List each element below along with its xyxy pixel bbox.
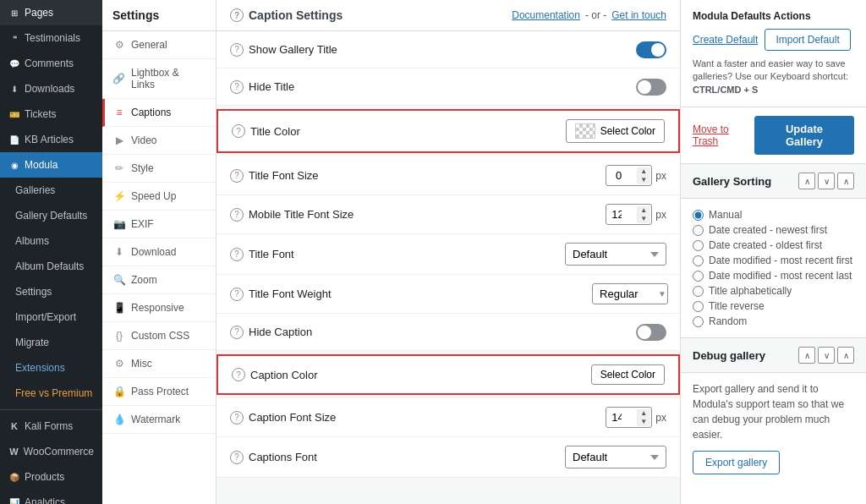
help-icon-title-font-size[interactable]: ? xyxy=(230,169,244,183)
settings-nav-responsive[interactable]: 📱 Responsive xyxy=(102,294,216,322)
help-icon-captions-font[interactable]: ? xyxy=(230,451,244,464)
sorting-option-random: Random xyxy=(693,314,854,329)
help-icon-hide-caption[interactable]: ? xyxy=(230,326,244,339)
sorting-radio-manual[interactable] xyxy=(693,210,704,221)
title-font-select[interactable]: Default Arial Georgia xyxy=(565,243,666,266)
settings-nav-pass-protect[interactable]: 🔒 Pass Protect xyxy=(102,378,216,406)
debug-close-btn[interactable]: ∧ xyxy=(837,347,854,364)
debug-collapse-btn[interactable]: ∧ xyxy=(798,347,815,364)
settings-nav-captions[interactable]: ≡ Captions xyxy=(102,99,216,127)
sidebar-item-modula[interactable]: ◉ Modula xyxy=(0,152,102,178)
settings-nav-lightbox[interactable]: 🔗 Lightbox & Links xyxy=(102,59,216,99)
caption-font-size-up[interactable]: ▲ xyxy=(637,409,650,418)
sorting-option-title-alpha: Title alphabetically xyxy=(693,283,854,299)
update-gallery-btn[interactable]: Update Gallery xyxy=(754,116,854,155)
help-icon-caption-font-size[interactable]: ? xyxy=(230,411,244,425)
debug-gallery-section: Export gallery and send it to Modula's s… xyxy=(681,373,866,483)
tickets-icon: 🎫 xyxy=(8,110,20,119)
mobile-font-size-down[interactable]: ▼ xyxy=(637,215,650,223)
settings-nav-misc[interactable]: ⚙ Misc xyxy=(102,350,216,378)
captions-font-control: Default Arial Georgia xyxy=(565,446,666,468)
caption-font-size-down[interactable]: ▼ xyxy=(637,418,650,426)
title-font-size-down[interactable]: ▼ xyxy=(637,176,650,184)
export-gallery-btn[interactable]: Export gallery xyxy=(693,451,780,474)
sidebar-item-pages[interactable]: ⊞ Pages xyxy=(0,0,102,25)
sidebar-item-albums[interactable]: Albums xyxy=(0,228,102,254)
settings-nav-custom-css[interactable]: {} Custom CSS xyxy=(102,322,216,350)
pages-icon: ⊞ xyxy=(8,8,20,18)
mobile-font-size-up[interactable]: ▲ xyxy=(637,206,650,215)
sorting-radio-modified-recent-last[interactable] xyxy=(693,271,704,282)
sidebar-item-testimonials[interactable]: ❝ Testimonials xyxy=(0,25,102,51)
title-font-weight-control: Regular Bold Light ▼ xyxy=(592,283,666,304)
sidebar-item-woocommerce[interactable]: W WooCommerce xyxy=(0,439,102,464)
title-font-weight-select[interactable]: Regular Bold Light xyxy=(592,283,668,304)
help-icon-title-font[interactable]: ? xyxy=(230,248,244,261)
setting-row-title-font-weight: ? Title Font Weight Regular Bold Light ▼ xyxy=(216,275,680,314)
settings-nav-general[interactable]: ⚙ General xyxy=(102,31,216,59)
caption-color-btn[interactable]: Select Color xyxy=(591,364,665,385)
move-to-trash-link[interactable]: Move to Trash xyxy=(693,123,754,147)
title-color-btn[interactable]: Select Color xyxy=(566,119,665,143)
sidebar-item-downloads[interactable]: ⬇ Downloads xyxy=(0,76,102,101)
captions-font-select[interactable]: Default Arial Georgia xyxy=(565,446,666,468)
sorting-radio-date-oldest[interactable] xyxy=(693,240,704,251)
help-icon-title-font-weight[interactable]: ? xyxy=(230,288,244,301)
sidebar-item-galleries[interactable]: Galleries xyxy=(0,178,102,203)
settings-nav-zoom[interactable]: 🔍 Zoom xyxy=(102,266,216,294)
settings-nav-watermark[interactable]: 💧 Watermark xyxy=(102,406,216,434)
help-icon-title-color[interactable]: ? xyxy=(232,124,245,138)
title-font-size-control: ▲ ▼ px xyxy=(606,165,666,186)
sidebar-item-gallery-defaults[interactable]: Gallery Defaults xyxy=(0,203,102,228)
debug-expand-btn[interactable]: ∨ xyxy=(818,347,835,364)
general-icon: ⚙ xyxy=(112,39,126,51)
sidebar-item-album-defaults[interactable]: Album Defaults xyxy=(0,254,102,279)
style-icon: ✏ xyxy=(112,162,126,174)
settings-nav-download[interactable]: ⬇ Download xyxy=(102,238,216,266)
sidebar-item-free-vs-premium[interactable]: Free vs Premium xyxy=(0,381,102,406)
help-icon-mobile-font-size[interactable]: ? xyxy=(230,208,244,222)
video-icon: ▶ xyxy=(112,134,126,146)
get-in-touch-link[interactable]: Get in touch xyxy=(611,9,666,21)
settings-nav-speed-up[interactable]: ⚡ Speed Up xyxy=(102,183,216,211)
settings-nav-exif[interactable]: 📷 EXIF xyxy=(102,211,216,238)
sidebar-item-analytics[interactable]: 📊 Analytics xyxy=(0,490,102,504)
defaults-title: Modula Defaults Actions xyxy=(693,10,854,22)
help-badge[interactable]: ? xyxy=(230,8,244,22)
sidebar-item-kb[interactable]: 📄 KB Articles xyxy=(0,127,102,152)
sorting-radio-random[interactable] xyxy=(693,316,704,327)
help-icon-show-title[interactable]: ? xyxy=(230,43,244,57)
sidebar-item-settings[interactable]: Settings xyxy=(0,279,102,304)
help-icon-caption-color[interactable]: ? xyxy=(232,368,245,381)
documentation-link[interactable]: Documentation xyxy=(512,9,580,21)
sorting-radio-date-newest[interactable] xyxy=(693,225,704,236)
sidebar-item-comments[interactable]: 💬 Comments xyxy=(0,51,102,76)
sorting-collapse-btn[interactable]: ∧ xyxy=(798,173,815,189)
sidebar-item-migrate[interactable]: Migrate xyxy=(0,330,102,355)
sidebar-item-extensions[interactable]: Extensions xyxy=(0,355,102,381)
help-icon-hide-title[interactable]: ? xyxy=(230,80,244,94)
content-area: ? Caption Settings Documentation - or - … xyxy=(216,0,680,504)
debug-gallery-header: Debug gallery ∧ ∨ ∧ xyxy=(681,338,866,373)
import-default-btn[interactable]: Import Default xyxy=(765,29,850,51)
sorting-option-modified-recent-last: Date modified - most recent last xyxy=(693,268,854,283)
hide-caption-toggle[interactable] xyxy=(636,324,666,341)
sorting-close-btn[interactable]: ∧ xyxy=(837,173,854,189)
sorting-radio-modified-recent-first[interactable] xyxy=(693,255,704,266)
setting-row-hide-caption: ? Hide Caption xyxy=(216,314,680,351)
create-default-link[interactable]: Create Default xyxy=(693,34,758,46)
settings-nav-style[interactable]: ✏ Style xyxy=(102,155,216,183)
caption-font-size-control: ▲ ▼ px xyxy=(606,407,666,428)
title-font-size-up[interactable]: ▲ xyxy=(637,167,650,176)
sorting-radio-title-alpha[interactable] xyxy=(693,286,704,297)
sidebar-item-tickets[interactable]: 🎫 Tickets xyxy=(0,101,102,127)
sorting-radio-title-reverse[interactable] xyxy=(693,301,704,312)
woocommerce-icon: W xyxy=(8,446,19,457)
sorting-expand-btn[interactable]: ∨ xyxy=(818,173,835,189)
sidebar-item-kali-forms[interactable]: K Kali Forms xyxy=(0,414,102,439)
settings-nav-video[interactable]: ▶ Video xyxy=(102,127,216,155)
sidebar-item-products[interactable]: 📦 Products xyxy=(0,464,102,490)
sidebar-item-import-export[interactable]: Import/Export xyxy=(0,304,102,330)
hide-title-toggle[interactable] xyxy=(636,79,666,96)
show-gallery-title-toggle[interactable] xyxy=(636,41,666,58)
